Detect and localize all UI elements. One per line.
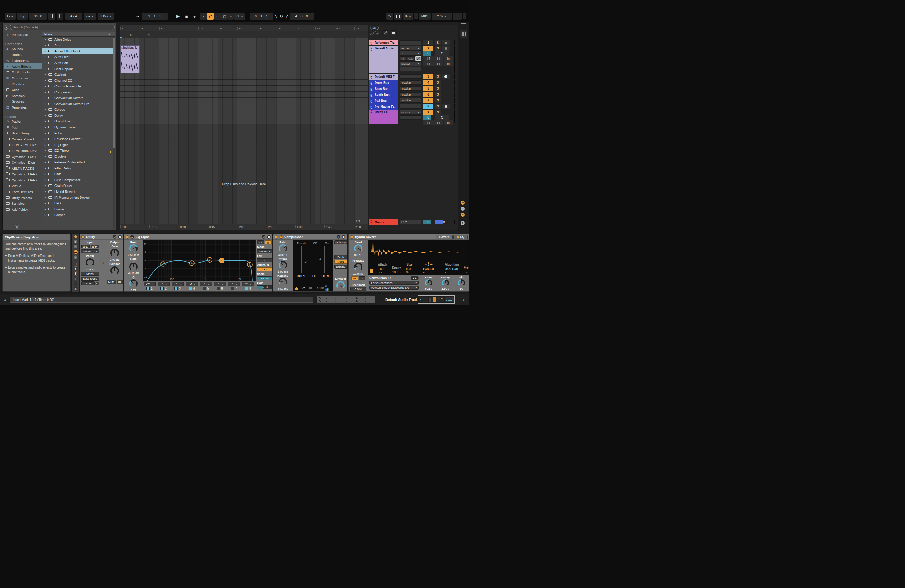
hot-swap-icon[interactable]: ⇄ bbox=[337, 235, 340, 238]
output-marker-icon[interactable]: ◀ bbox=[319, 257, 321, 261]
sidebar-item-folder[interactable]: Cymatics - Lofi T bbox=[3, 154, 43, 160]
sidebar-item-user-library[interactable]: ♟User Library bbox=[3, 130, 43, 137]
track-lanes[interactable]: Klingklong [2 Drop Files and Devices Her… bbox=[120, 38, 368, 224]
toggle-io[interactable]: IO bbox=[460, 200, 465, 205]
sidebar-item-folder[interactable]: VIOLA bbox=[3, 183, 43, 189]
input-channel-chooser[interactable]: 1▼ bbox=[400, 51, 421, 56]
output-channel-chooser[interactable] bbox=[400, 115, 421, 120]
sidebar-item-folder[interactable]: ABLTN RACKS bbox=[3, 165, 43, 172]
tempo-field[interactable]: 96.00 bbox=[29, 13, 47, 20]
device-item[interactable]: ▶Gate bbox=[43, 171, 115, 177]
sidebar-item-folder[interactable]: L.Dre Drum Kit V bbox=[3, 148, 43, 154]
fold-icon[interactable]: ▶ bbox=[370, 75, 373, 79]
input-chooser[interactable]: Ext. In▼ bbox=[400, 46, 421, 51]
device-item[interactable]: ▶Envelope Follower bbox=[43, 136, 115, 142]
device-item[interactable]: ▶Auto Pan bbox=[43, 60, 115, 66]
filter-type-chooser[interactable]: ▼ bbox=[242, 282, 254, 286]
link-button[interactable]: Link bbox=[5, 13, 16, 20]
crossfade-assign[interactable]: C bbox=[435, 51, 449, 56]
fold-icon[interactable]: ▶ bbox=[370, 87, 373, 91]
ir-attack-value[interactable]: 0.00 ms bbox=[378, 267, 387, 274]
solo-button[interactable]: S bbox=[435, 74, 441, 79]
notification-triangle-icon[interactable]: ▲ bbox=[3, 298, 7, 302]
lane-utility-fx[interactable] bbox=[120, 109, 368, 123]
band-enable-checkbox[interactable] bbox=[146, 287, 150, 290]
draw-mode-button[interactable]: ▢ bbox=[221, 13, 228, 20]
arrangement-position-field[interactable]: 1. 1. 1 bbox=[142, 13, 168, 20]
loop-end-marker[interactable]: ◁ bbox=[147, 33, 149, 37]
ir-color-swatch[interactable] bbox=[370, 269, 373, 273]
sidebar-item-audio-effects[interactable]: ıllıAudio Effects bbox=[3, 64, 43, 70]
band-enable-checkbox[interactable] bbox=[160, 287, 164, 290]
sidebar-item-push[interactable]: ⊡Push bbox=[3, 124, 43, 130]
sidebar-item-folder[interactable]: Cymatics - Eterr bbox=[3, 160, 43, 165]
lane-bass-bus[interactable] bbox=[120, 86, 368, 92]
device-item[interactable]: ▶Delay bbox=[43, 113, 115, 119]
track-name[interactable]: ▶Reference Tra bbox=[369, 40, 398, 45]
save-preset-icon[interactable]: ▦ bbox=[267, 235, 270, 238]
sort-ascending-icon[interactable]: ▲ bbox=[108, 33, 110, 35]
output-gain-slider[interactable]: 0.00 dB bbox=[257, 285, 272, 289]
filter-type-chooser[interactable]: ▼ bbox=[214, 282, 226, 286]
filter-type-chooser[interactable]: ▼ bbox=[144, 282, 156, 286]
expand-button[interactable]: Expand bbox=[334, 265, 347, 269]
crossfade-assign[interactable]: C bbox=[435, 115, 449, 120]
ratio-knob[interactable] bbox=[279, 244, 287, 253]
search-input[interactable]: Search (Cmd + F) bbox=[10, 25, 114, 30]
device-item[interactable]: ▶LFO bbox=[43, 200, 115, 206]
phase-right-button[interactable]: Ø R bbox=[90, 245, 99, 248]
track-name[interactable]: ▶Bass Bus bbox=[369, 86, 398, 92]
device-item[interactable]: ▶Hybrid Reverb bbox=[43, 189, 115, 195]
device-item[interactable]: ▶Erosion bbox=[43, 154, 115, 160]
bar-ruler[interactable]: 15 913 1721 2529 3337 4145 49 bbox=[120, 25, 368, 32]
fold-icon[interactable]: ▶ bbox=[370, 41, 373, 44]
save-preset-icon[interactable]: ▦ bbox=[118, 235, 122, 238]
filter-type-chooser[interactable]: ▼ bbox=[228, 282, 240, 286]
send-slider[interactable]: -inf bbox=[443, 61, 453, 66]
track-number[interactable]: 6 bbox=[423, 92, 433, 97]
device-item[interactable]: ▶Drum Buss bbox=[43, 119, 115, 124]
io-chooser[interactable]: Track In bbox=[400, 80, 421, 85]
key-map-button[interactable]: Key bbox=[403, 13, 413, 20]
eq-curve-display[interactable]: 1260-6-12 1001k10k 1 2 3 4 8 bbox=[143, 240, 256, 281]
rms-button[interactable]: RMS bbox=[334, 260, 347, 264]
browser-collapse-icon[interactable]: ◂ bbox=[4, 25, 8, 30]
automation-mode-button[interactable] bbox=[207, 13, 214, 20]
record-button[interactable]: ● bbox=[192, 14, 197, 19]
lane-drum-bus[interactable] bbox=[120, 79, 368, 86]
notification-triangle-icon[interactable]: ▲ bbox=[462, 298, 465, 302]
track-number[interactable]: 1 bbox=[423, 40, 433, 45]
solo-button[interactable]: S bbox=[435, 104, 441, 109]
send-slider[interactable]: -inf bbox=[433, 61, 443, 66]
lane-reference[interactable] bbox=[120, 38, 368, 45]
lane-pre-master[interactable] bbox=[120, 103, 368, 109]
monitor-in-button[interactable]: In bbox=[400, 56, 406, 61]
pan-knob[interactable]: 0 bbox=[423, 220, 433, 224]
send-slider[interactable]: -inf bbox=[433, 56, 443, 61]
track-number[interactable]: 2 bbox=[423, 46, 433, 51]
device-item[interactable]: ▶EQ Eight bbox=[43, 142, 115, 148]
loop-start-marker[interactable]: ▷ bbox=[130, 33, 133, 37]
time-signature-field[interactable]: 4 / 4 bbox=[65, 13, 82, 20]
track-row-default-midi[interactable]: ▶Default MIDI T 3 S ♪ bbox=[369, 74, 459, 79]
adaptq-toggle[interactable]: On bbox=[257, 267, 272, 271]
blend-knob[interactable] bbox=[425, 279, 432, 286]
arm-button[interactable] bbox=[442, 104, 449, 109]
device-item[interactable]: ▶Convolution Reverb Pro bbox=[43, 101, 115, 107]
track-row-pre-master[interactable]: ▶Pre-Master Fa 8 S bbox=[369, 104, 459, 110]
track-name[interactable]: ▶Pad Bus bbox=[369, 98, 398, 103]
tab-eq[interactable]: EQ bbox=[453, 235, 468, 239]
bass-mono-freq[interactable]: 120 Hz bbox=[81, 281, 95, 285]
activity-view-button[interactable] bbox=[307, 285, 314, 291]
device-item-selected[interactable]: ▶Audio Effect Rack bbox=[43, 48, 115, 54]
gain-knob[interactable] bbox=[129, 262, 138, 271]
dc-button[interactable]: DC bbox=[117, 280, 123, 284]
monitor-off-button[interactable]: Off bbox=[415, 56, 421, 61]
metronome-icon[interactable] bbox=[49, 13, 55, 20]
send-slider[interactable]: -inf bbox=[443, 120, 453, 125]
track-number[interactable]: 9 bbox=[423, 110, 433, 114]
track-row-utility-fx[interactable]: ☰Utility FX Master▼ 9 S 0 C -inf -inf -i… bbox=[369, 110, 459, 124]
punch-in-icon[interactable]: ╲ bbox=[274, 14, 278, 19]
track-number[interactable]: 8 bbox=[423, 104, 433, 109]
auto-release-button[interactable]: Auto bbox=[275, 291, 291, 292]
